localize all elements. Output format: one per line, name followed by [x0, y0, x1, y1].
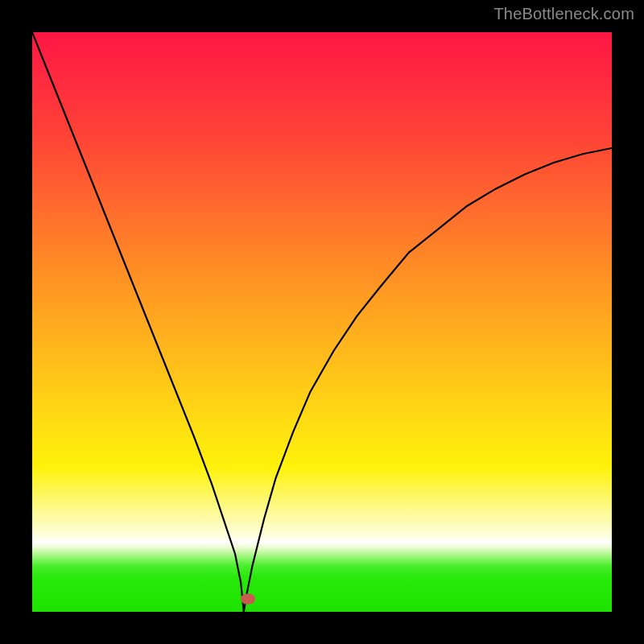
plot-area — [32, 32, 612, 612]
curve-path — [32, 32, 612, 612]
watermark-text: TheBottleneck.com — [493, 5, 634, 23]
optimal-point-marker — [241, 594, 255, 605]
chart-frame: TheBottleneck.com — [0, 0, 644, 644]
bottleneck-curve — [32, 32, 612, 612]
